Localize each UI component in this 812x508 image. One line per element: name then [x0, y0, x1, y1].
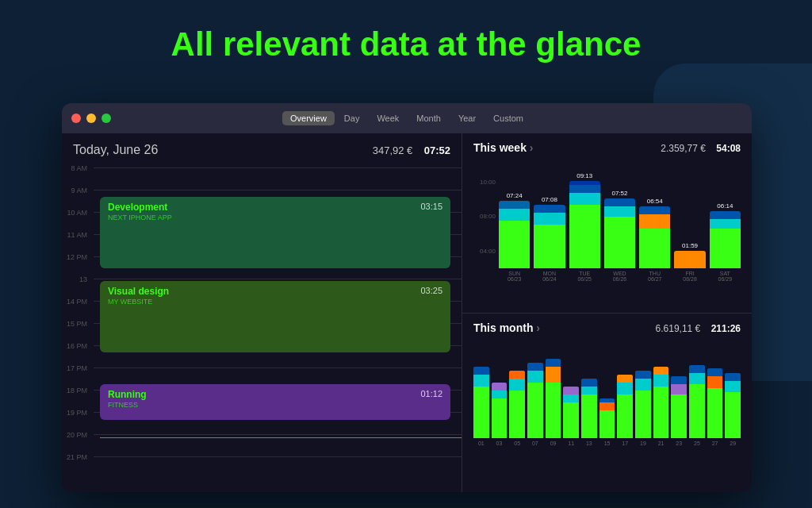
bar-segment — [569, 185, 600, 193]
bar-segment — [499, 209, 530, 221]
bar-time-label: 01:59 — [682, 242, 698, 249]
left-panel: Today, June 26 347,92 € 07:52 8 AM9 AM10… — [62, 133, 462, 492]
event-subtitle: NEXT IPHONE APP — [108, 214, 442, 221]
month-bar-segment — [581, 394, 597, 438]
tab-month[interactable]: Month — [408, 111, 449, 125]
time-label: 18 PM — [62, 386, 94, 394]
time-label: 12 PM — [62, 252, 94, 261]
month-bar-segment — [473, 387, 489, 438]
month-section: This month 6.619,11 € 211:26 01030507091… — [462, 314, 752, 493]
month-bar-segment — [581, 387, 597, 394]
day-date: 06/29 — [718, 276, 733, 282]
bar-segment — [604, 217, 635, 268]
today-label: Today, June 26 — [73, 143, 158, 157]
bar-segment — [534, 205, 565, 213]
time-label: 19 PM — [62, 408, 94, 417]
month-header: This month 6.619,11 € 211:26 — [473, 321, 741, 334]
month-bar-group: 09 — [546, 359, 561, 446]
titlebar: OverviewDayWeekMonthYearCustom — [62, 103, 752, 133]
time-label: 21 PM — [62, 452, 94, 461]
month-bar-segment — [563, 402, 579, 438]
month-bar-segment — [527, 383, 543, 438]
month-bar-segment — [725, 392, 741, 438]
month-bar-group: 29 — [725, 373, 741, 446]
month-bar-segment — [689, 384, 705, 438]
month-bar-group: 11 — [563, 387, 579, 446]
close-button[interactable] — [71, 114, 81, 123]
month-bar-group: 01 — [473, 367, 489, 446]
current-time-indicator — [100, 437, 462, 438]
time-label: 10 AM — [62, 208, 94, 217]
y-label: 10:00 — [473, 179, 496, 186]
bar-group: 07:52WED06/26 — [604, 190, 635, 282]
bar-group: 09:13TUE06/25 — [569, 172, 600, 282]
month-day-label: 09 — [550, 441, 557, 446]
bar-group: 07:08MON06/24 — [534, 196, 565, 282]
week-title[interactable]: This week — [473, 141, 533, 154]
month-bar-stack — [707, 368, 723, 438]
event-block[interactable]: RunningFITNESS01:12 — [100, 384, 450, 420]
tab-year[interactable]: Year — [450, 111, 484, 125]
bar-stack — [604, 198, 635, 268]
tab-overview[interactable]: Overview — [282, 111, 335, 125]
month-bar-group: 13 — [581, 379, 597, 446]
day-name: FRI — [683, 271, 697, 276]
day-name: MON — [542, 271, 557, 276]
time-label: 9 AM — [62, 186, 94, 194]
bar-stack — [674, 251, 705, 268]
day-label: SUN06/23 — [508, 271, 522, 282]
month-title[interactable]: This month — [473, 321, 540, 334]
bar-group: 06:54THU06/27 — [639, 198, 670, 282]
month-bar-segment — [563, 387, 579, 394]
event-block[interactable]: DevelopmentNEXT IPHONE APP03:15 — [100, 197, 450, 268]
day-label: MON06/24 — [542, 271, 557, 282]
day-date: 06/26 — [613, 276, 627, 282]
month-bar-group: 07 — [527, 363, 543, 446]
event-block[interactable]: Visual designMY WEBSITE03:25 — [100, 281, 450, 352]
bar-segment — [710, 219, 741, 229]
month-bar-segment — [653, 367, 669, 375]
main-content: Today, June 26 347,92 € 07:52 8 AM9 AM10… — [62, 133, 752, 492]
bar-stack — [710, 211, 741, 268]
maximize-button[interactable] — [102, 114, 111, 123]
tab-day[interactable]: Day — [336, 111, 368, 125]
month-bar-group: 15 — [599, 398, 615, 446]
week-amount: 2.359,77 € — [661, 143, 706, 154]
tab-week[interactable]: Week — [369, 111, 407, 125]
month-bar-segment — [671, 384, 687, 394]
month-bar-group: 17 — [617, 375, 633, 446]
month-day-label: 19 — [640, 441, 646, 446]
month-bar-segment — [473, 367, 489, 375]
bar-group: 01:59FRI06/28 — [674, 242, 705, 282]
week-meta: 2.359,77 € 54:08 — [661, 143, 741, 154]
month-bar-segment — [546, 383, 561, 438]
day-name: SAT — [718, 271, 733, 276]
event-duration: 03:15 — [420, 202, 442, 211]
month-bar-segment — [635, 371, 651, 379]
month-bar-segment — [599, 402, 615, 410]
time-row: 20 PM — [62, 430, 462, 452]
event-title: Visual design — [108, 286, 442, 297]
month-bar-segment — [546, 367, 561, 383]
month-bar-segment — [689, 365, 705, 373]
week-bars: 07:24SUN06/2307:08MON06/2409:13TUE06/250… — [499, 172, 741, 282]
day-label: SAT06/29 — [718, 271, 733, 282]
month-bar-segment — [617, 383, 633, 394]
month-bar-group: 21 — [653, 367, 669, 446]
month-bar-segment — [492, 391, 508, 398]
month-day-label: 11 — [568, 441, 574, 446]
month-bar-segment — [635, 391, 651, 438]
month-bar-segment — [725, 373, 741, 381]
left-panel-meta: 347,92 € 07:52 — [373, 144, 450, 156]
minimize-button[interactable] — [86, 114, 96, 123]
tab-custom[interactable]: Custom — [485, 111, 531, 125]
day-name: TUE — [577, 271, 592, 276]
timeline: 8 AM9 AM10 AM11 AM12 PM1314 PM15 PM16 PM… — [62, 164, 462, 473]
event-duration: 03:25 — [420, 286, 442, 295]
month-bar-segment — [707, 368, 723, 376]
month-day-label: 17 — [622, 441, 628, 446]
month-bar-segment — [671, 394, 687, 438]
time-label: 16 PM — [62, 341, 94, 350]
day-name: SUN — [508, 271, 522, 276]
month-day-label: 15 — [604, 441, 611, 446]
